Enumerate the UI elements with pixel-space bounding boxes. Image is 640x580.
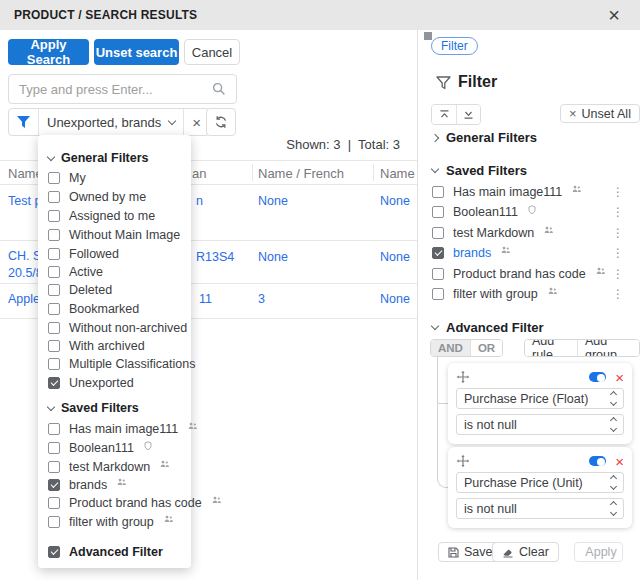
filter-select[interactable]: Unexported, brands: [38, 109, 183, 135]
checkbox[interactable]: [48, 546, 60, 558]
filter-funnel-button[interactable]: [9, 109, 38, 135]
checkbox[interactable]: [48, 191, 60, 203]
checkbox[interactable]: [48, 479, 60, 491]
table-row-2-french-link[interactable]: None: [258, 250, 288, 264]
panel-item-brands[interactable]: brands: [432, 246, 510, 260]
dropdown-item-unexported[interactable]: Unexported: [48, 376, 134, 390]
and-operator-button[interactable]: AND: [431, 340, 470, 356]
dropdown-item-owned-by-me[interactable]: Owned by me: [48, 190, 146, 204]
delete-rule-icon[interactable]: ×: [615, 456, 624, 467]
table-row-3-col2-link[interactable]: 11: [199, 292, 212, 306]
rule-2-field-select[interactable]: Purchase Price (Unit): [456, 472, 624, 493]
checkbox[interactable]: [432, 268, 444, 280]
kebab-menu-icon[interactable]: ⋮: [611, 246, 625, 260]
dropdown-item-has-main-image111[interactable]: Has main image111: [48, 422, 197, 436]
apply-button[interactable]: Apply: [574, 542, 623, 562]
panel-item-filter-with-group[interactable]: filter with group: [432, 287, 557, 301]
or-operator-button[interactable]: OR: [470, 340, 502, 356]
checkbox[interactable]: [432, 247, 444, 259]
table-row-2-name4-link[interactable]: None: [380, 250, 410, 264]
add-rule-button[interactable]: Add rule: [525, 340, 577, 356]
dropdown-item-my[interactable]: My: [48, 171, 86, 185]
checkbox[interactable]: [432, 288, 444, 300]
unset-all-button[interactable]: × Unset All: [560, 104, 640, 123]
table-row-3-name-link[interactable]: Apple: [8, 292, 40, 306]
clear-button[interactable]: Clear: [492, 542, 559, 562]
apply-search-button[interactable]: Apply Search: [8, 39, 89, 65]
table-row-2-col2-link[interactable]: R13S4: [196, 250, 234, 264]
table-row-3-french-link[interactable]: 3: [258, 292, 265, 306]
drag-handle-icon[interactable]: [456, 370, 470, 384]
dropdown-item-with-archived[interactable]: With archived: [48, 339, 145, 353]
checkbox[interactable]: [48, 461, 60, 473]
checkbox[interactable]: [48, 497, 60, 509]
dropdown-item-assigned-to-me[interactable]: Assigned to me: [48, 209, 155, 223]
dropdown-item-multiple-classifications[interactable]: Multiple Classifications: [48, 357, 195, 371]
panel-item-product-brand-has-code[interactable]: Product brand has code: [432, 267, 605, 281]
cancel-button[interactable]: Cancel: [184, 39, 240, 65]
dropdown-item-without-main-image[interactable]: Without Main Image: [48, 228, 180, 242]
table-row-1-name4-link[interactable]: None: [380, 194, 410, 208]
filter-chip[interactable]: Filter: [431, 37, 478, 55]
refresh-button[interactable]: [206, 108, 236, 136]
checkbox[interactable]: [432, 186, 444, 198]
dropdown-item-bookmarked[interactable]: Bookmarked: [48, 302, 139, 316]
kebab-menu-icon[interactable]: ⋮: [611, 226, 625, 240]
table-row-3-name4-link[interactable]: None: [380, 292, 410, 306]
panel-saved-filters-header[interactable]: Saved Filters: [432, 163, 527, 178]
checkbox[interactable]: [48, 284, 60, 296]
drag-handle-icon[interactable]: [456, 454, 470, 468]
checkbox[interactable]: [48, 377, 60, 389]
dropdown-item-without-non-archived[interactable]: Without non-archived: [48, 321, 187, 335]
panel-item-boolean111[interactable]: Boolean111: [432, 205, 536, 219]
table-row-1-name-link[interactable]: Test p: [8, 194, 41, 208]
panel-advanced-filter-header[interactable]: Advanced Filter: [432, 320, 544, 335]
search-input[interactable]: Type and press Enter...: [8, 74, 237, 104]
checkbox[interactable]: [48, 266, 60, 278]
checkbox[interactable]: [48, 248, 60, 260]
checkbox[interactable]: [48, 303, 60, 315]
dropdown-item-test-markdown[interactable]: test Markdown: [48, 460, 169, 474]
table-row-2-name-link[interactable]: CH. S: [8, 249, 41, 263]
dropdown-general-filters-header[interactable]: General Filters: [48, 151, 149, 165]
panel-item-test-markdown[interactable]: test Markdown: [432, 226, 553, 240]
rule-1-field-select[interactable]: Purchase Price (Float): [456, 388, 624, 409]
expand-all-button[interactable]: [456, 105, 480, 124]
checkbox[interactable]: [48, 516, 60, 528]
checkbox[interactable]: [48, 358, 60, 370]
table-row-1-french-link[interactable]: None: [258, 194, 288, 208]
delete-rule-icon[interactable]: ×: [615, 372, 624, 383]
panel-item-has-main-image111[interactable]: Has main image111: [432, 185, 581, 199]
rule-2-operator-select[interactable]: is not null: [456, 498, 624, 519]
rule-1-toggle[interactable]: [589, 372, 606, 382]
kebab-menu-icon[interactable]: ⋮: [611, 287, 625, 301]
checkbox[interactable]: [48, 172, 60, 184]
dropdown-saved-filters-header[interactable]: Saved Filters: [48, 401, 139, 415]
collapse-all-button[interactable]: [432, 105, 456, 124]
dropdown-item-boolean111[interactable]: Boolean111: [48, 441, 152, 455]
checkbox[interactable]: [432, 227, 444, 239]
checkbox[interactable]: [48, 229, 60, 241]
checkbox[interactable]: [48, 423, 60, 435]
checkbox[interactable]: [48, 322, 60, 334]
rule-1-operator-select[interactable]: is not null: [456, 414, 624, 435]
rule-2-toggle[interactable]: [589, 456, 606, 466]
dropdown-item-active[interactable]: Active: [48, 265, 103, 279]
dropdown-item-deleted[interactable]: Deleted: [48, 283, 112, 297]
checkbox[interactable]: [48, 210, 60, 222]
close-icon[interactable]: ×: [602, 5, 626, 25]
unset-search-button[interactable]: Unset search: [94, 39, 179, 65]
checkbox[interactable]: [48, 340, 60, 352]
add-group-button[interactable]: Add group: [577, 340, 639, 356]
kebab-menu-icon[interactable]: ⋮: [611, 267, 625, 281]
dropdown-item-followed[interactable]: Followed: [48, 247, 119, 261]
kebab-menu-icon[interactable]: ⋮: [611, 185, 625, 199]
dropdown-item-brands[interactable]: brands: [48, 478, 126, 492]
dropdown-item-product-brand-has-code[interactable]: Product brand has code: [48, 496, 221, 510]
panel-general-filters-header[interactable]: General Filters: [432, 130, 537, 145]
dropdown-item-advanced-filter[interactable]: Advanced Filter: [48, 545, 163, 559]
checkbox[interactable]: [48, 442, 60, 454]
kebab-menu-icon[interactable]: ⋮: [611, 205, 625, 219]
table-row-1-col2-link[interactable]: n: [196, 194, 203, 208]
dropdown-item-filter-with-group[interactable]: filter with group: [48, 515, 173, 529]
